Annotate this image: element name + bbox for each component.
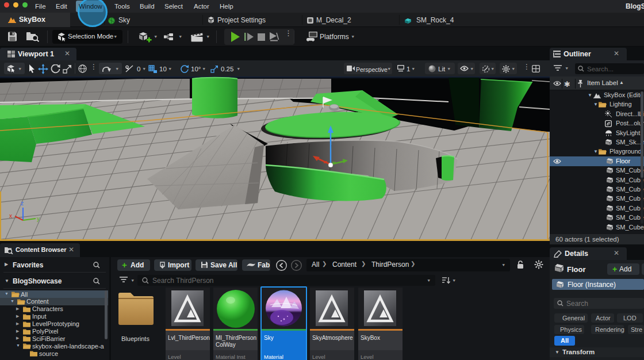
svg-text:z: z — [21, 200, 24, 206]
svg-text:y: y — [37, 216, 40, 222]
svg-text:x: x — [9, 213, 12, 219]
